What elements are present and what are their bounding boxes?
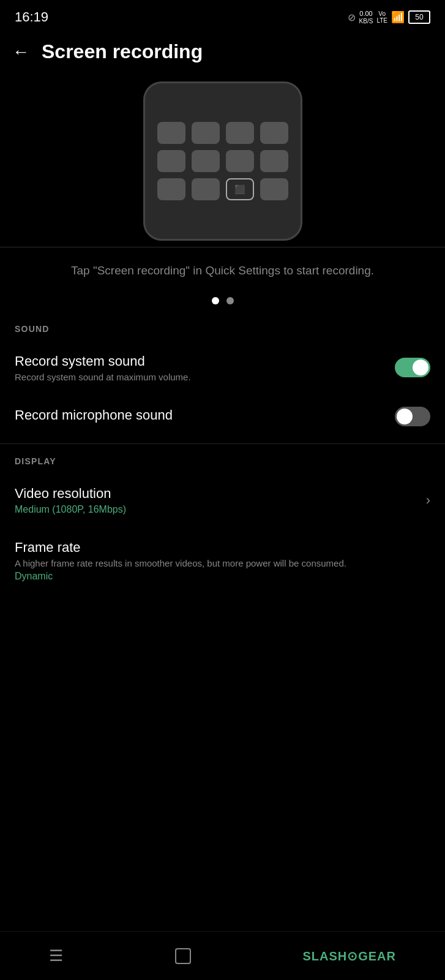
carousel-dot-1[interactable] xyxy=(212,297,219,304)
app-icon xyxy=(260,178,288,200)
frame-rate-value: Dynamic xyxy=(15,571,430,582)
app-icon xyxy=(157,150,185,172)
record-mic-sound-content: Record microphone sound xyxy=(15,407,395,426)
battery-icon: 50 xyxy=(408,10,430,24)
illustration-area: ⬛ Tap "Screen recording" in Quick Settin… xyxy=(0,75,445,319)
video-resolution-row[interactable]: Video resolution Medium (1080P, 16Mbps) … xyxy=(0,473,445,527)
app-icon xyxy=(192,150,220,172)
video-resolution-title: Video resolution xyxy=(15,486,426,502)
record-system-sound-toggle[interactable] xyxy=(395,358,430,377)
record-system-sound-row: Record system sound Record system sound … xyxy=(0,341,445,394)
page-title: Screen recording xyxy=(42,40,203,63)
carousel-dots xyxy=(212,286,234,319)
app-icon xyxy=(260,122,288,144)
chevron-right-icon: › xyxy=(426,492,430,508)
carousel-dot-2[interactable] xyxy=(226,297,234,304)
app-icon xyxy=(226,150,254,172)
frame-rate-desc: A higher frame rate results in smoother … xyxy=(15,558,430,568)
toggle-knob xyxy=(413,360,428,375)
status-bar: 16:19 ⊘ 0.00 KB/S Vo LTE 📶 50 xyxy=(0,0,445,32)
bottom-nav: ☰ SLASH⊙GEAR xyxy=(0,931,445,980)
display-section-label: DISPLAY xyxy=(0,451,445,473)
back-button[interactable]: ← xyxy=(12,42,29,62)
record-system-sound-content: Record system sound Record system sound … xyxy=(15,353,395,382)
app-icon xyxy=(260,150,288,172)
app-grid: ⬛ xyxy=(157,122,288,200)
header: ← Screen recording xyxy=(0,32,445,75)
app-icon xyxy=(192,178,220,200)
status-icons: ⊘ 0.00 KB/S Vo LTE 📶 50 xyxy=(348,10,430,24)
record-mic-sound-toggle[interactable] xyxy=(395,407,430,426)
section-divider xyxy=(0,443,445,444)
app-icon xyxy=(226,122,254,144)
app-icon xyxy=(157,122,185,144)
volte-icon: Vo LTE xyxy=(376,10,387,24)
app-icon xyxy=(192,122,220,144)
slashgear-brand: SLASH⊙GEAR xyxy=(302,949,396,963)
home-button[interactable] xyxy=(175,948,191,964)
record-system-sound-title: Record system sound xyxy=(15,353,395,369)
instruction-text: Tap "Screen recording" in Quick Settings… xyxy=(47,247,398,286)
record-mic-sound-title: Record microphone sound xyxy=(15,407,395,423)
menu-button[interactable]: ☰ xyxy=(49,946,63,965)
network-speed: 0.00 KB/S xyxy=(359,10,373,24)
video-resolution-value: Medium (1080P, 16Mbps) xyxy=(15,504,426,515)
status-time: 16:19 xyxy=(15,9,48,25)
screen-record-inner-icon: ⬛ xyxy=(234,184,245,194)
record-system-sound-desc: Record system sound at maximum volume. xyxy=(15,372,395,382)
phone-illustration: ⬛ xyxy=(143,81,302,241)
signal-icon: 📶 xyxy=(391,10,405,24)
screen-record-app-icon: ⬛ xyxy=(226,178,254,200)
app-icon xyxy=(157,178,185,200)
nfc-icon: ⊘ xyxy=(348,12,356,23)
frame-rate-row[interactable]: Frame rate A higher frame rate results i… xyxy=(0,527,445,594)
record-mic-sound-row: Record microphone sound xyxy=(0,394,445,439)
frame-rate-title: Frame rate xyxy=(15,540,430,556)
toggle-knob xyxy=(397,409,413,424)
frame-rate-content: Frame rate A higher frame rate results i… xyxy=(15,540,430,582)
sound-section-label: SOUND xyxy=(0,319,445,341)
video-resolution-content: Video resolution Medium (1080P, 16Mbps) xyxy=(15,486,426,515)
